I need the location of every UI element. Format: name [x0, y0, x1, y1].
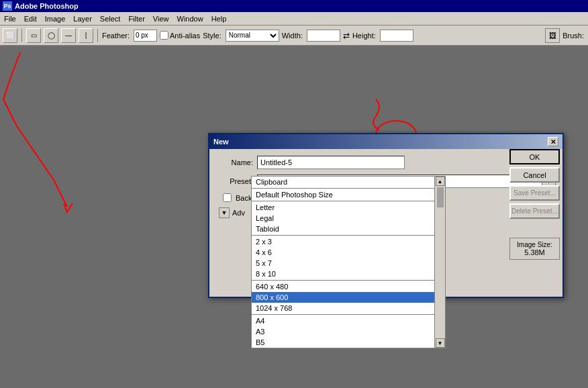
rect-marquee-btn[interactable]: ▭: [26, 28, 41, 43]
menu-layer[interactable]: Layer: [69, 12, 96, 25]
sep3: [252, 235, 434, 236]
delete-preset-button[interactable]: Delete Preset...: [509, 203, 560, 219]
name-row: Name:: [216, 156, 556, 169]
spacer: [509, 222, 560, 235]
menu-help[interactable]: Help: [207, 12, 231, 25]
dialog-title-bar: New ✕: [209, 134, 562, 149]
image-size-box: Image Size: 5.38M: [509, 238, 560, 260]
dropdown-item-2x3[interactable]: 2 x 3: [252, 236, 434, 247]
background-checkbox[interactable]: [223, 193, 232, 202]
toolbar-sep-1: [21, 29, 22, 42]
menu-edit[interactable]: Edit: [20, 12, 41, 25]
anti-alias-label[interactable]: Anti-alias: [160, 31, 200, 40]
dropdown-item-legal[interactable]: Legal: [252, 213, 434, 224]
height-label: Height:: [352, 32, 376, 40]
dropdown-item-4x6[interactable]: 4 x 6: [252, 247, 434, 258]
name-input[interactable]: [257, 156, 405, 169]
app-icon: Ps: [3, 1, 12, 11]
app-title: Adobe Photoshop: [15, 2, 79, 10]
sep5: [252, 314, 434, 315]
dropdown-item-1024x768[interactable]: 1024 x 768: [252, 303, 434, 313]
cancel-button[interactable]: Cancel: [509, 167, 560, 183]
ellipse-marquee-btn[interactable]: ◯: [44, 28, 58, 43]
dialog-right-buttons: OK Cancel Save Preset... Delete Preset..…: [509, 149, 560, 260]
width-input[interactable]: [307, 30, 340, 42]
scroll-up-btn[interactable]: ▲: [436, 177, 445, 186]
sep4: [252, 280, 434, 281]
brush-label: Brush:: [562, 32, 584, 40]
preset-label: Preset:: [216, 177, 253, 185]
image-size-label: Image Size:: [516, 241, 554, 248]
sep2: [252, 201, 434, 201]
marquee-tool-btn[interactable]: ⬜: [3, 28, 17, 43]
options-btn[interactable]: 🖼: [545, 28, 560, 43]
toolbar: ⬜ ▭ ◯ ― | Feather: Anti-alias Style: Nor…: [0, 26, 588, 46]
swap-icon[interactable]: ⇄: [343, 31, 350, 40]
ok-button[interactable]: OK: [509, 149, 560, 164]
menu-filter[interactable]: Filter: [124, 12, 148, 25]
dropdown-item-tabloid[interactable]: Tabloid: [252, 224, 434, 234]
dialog-title: New: [213, 138, 229, 146]
menu-bar: File Edit Image Layer Select Filter View…: [0, 12, 588, 26]
name-label: Name:: [216, 158, 253, 166]
height-input[interactable]: [380, 30, 413, 42]
dropdown-item-640x480[interactable]: 640 x 480: [252, 281, 434, 292]
style-select[interactable]: Normal: [226, 30, 279, 42]
new-dialog: New ✕ Name: Preset: Clipboard ▼: [208, 133, 564, 298]
scroll-track: [436, 186, 445, 338]
feather-input[interactable]: [134, 30, 157, 42]
image-size-value: 5.38M: [516, 248, 554, 256]
dropdown-item-a3[interactable]: A3: [252, 326, 434, 337]
menu-image[interactable]: Image: [41, 12, 70, 25]
menu-select[interactable]: Select: [96, 12, 125, 25]
dropdown-item-clipboard[interactable]: Clipboard: [252, 177, 434, 187]
dropdown-item-b5[interactable]: B5: [252, 337, 434, 348]
scroll-down-btn[interactable]: ▼: [436, 338, 445, 348]
save-preset-button[interactable]: Save Preset...: [509, 185, 560, 201]
single-row-btn[interactable]: ―: [61, 28, 76, 43]
dropdown-item-5x7[interactable]: 5 x 7: [252, 258, 434, 269]
adv-expand-btn[interactable]: ▼: [219, 207, 230, 218]
dropdown-item-a4[interactable]: A4: [252, 316, 434, 326]
adv-label: Adv: [232, 209, 245, 217]
dropdown-scrollbar: ▲ ▼: [434, 177, 445, 348]
feather-label: Feather:: [102, 32, 130, 40]
dropdown-item-8x10[interactable]: 8 x 10: [252, 269, 434, 279]
dropdown-item-default[interactable]: Default Photoshop Size: [252, 189, 434, 200]
menu-view[interactable]: View: [149, 12, 173, 25]
dropdown-item-800x600[interactable]: 800 x 600: [252, 292, 434, 303]
style-label: Style:: [203, 32, 222, 40]
scroll-thumb[interactable]: [437, 187, 444, 207]
dropdown-items: Clipboard Default Photoshop Size Letter …: [252, 177, 434, 348]
dialog-close-btn[interactable]: ✕: [548, 137, 558, 146]
toolbar-sep-2: [97, 29, 98, 42]
width-label: Width:: [282, 32, 303, 40]
main-canvas-area: New ✕ Name: Preset: Clipboard ▼: [0, 46, 588, 388]
dropdown-item-letter[interactable]: Letter: [252, 202, 434, 213]
single-col-btn[interactable]: |: [79, 28, 93, 43]
sep1: [252, 188, 434, 189]
menu-window[interactable]: Window: [173, 12, 207, 25]
anti-alias-checkbox[interactable]: [160, 31, 168, 40]
menu-file[interactable]: File: [0, 12, 20, 25]
title-bar: Ps Adobe Photoshop: [0, 0, 588, 12]
preset-dropdown-list: Clipboard Default Photoshop Size Letter …: [251, 176, 446, 348]
